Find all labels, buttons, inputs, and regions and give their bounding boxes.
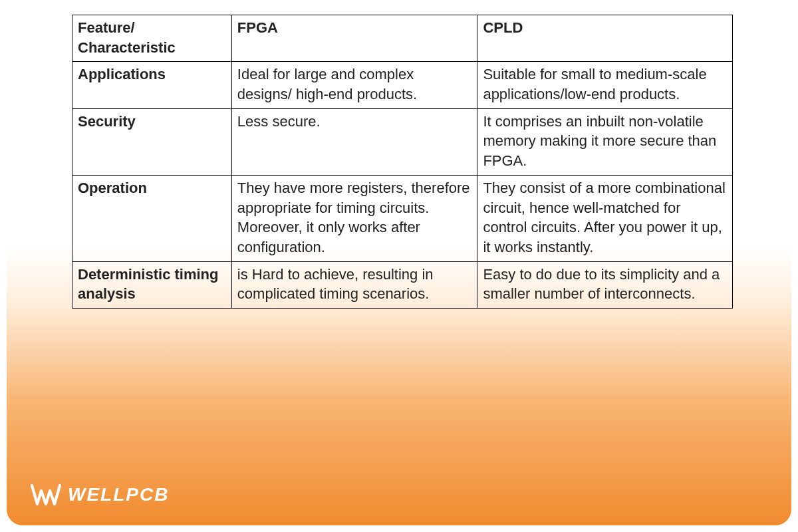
table-row: Operation They have more registers, ther… xyxy=(72,175,733,261)
row-feature: Applications xyxy=(72,62,232,108)
brand-name: WELLPCB xyxy=(68,484,169,505)
comparison-table-container: Feature/ Characteristic FPGA CPLD Applic… xyxy=(72,15,733,309)
row-feature: Security xyxy=(72,108,232,175)
row-fpga: is Hard to achieve, resulting in complic… xyxy=(231,261,477,308)
row-cpld: They consist of a more combinational cir… xyxy=(477,175,733,261)
row-cpld: Suitable for small to medium-scale appli… xyxy=(477,62,733,108)
header-feature: Feature/ Characteristic xyxy=(72,15,232,62)
row-cpld: It comprises an inbuilt non-volatile mem… xyxy=(477,108,733,175)
table-header-row: Feature/ Characteristic FPGA CPLD xyxy=(72,15,733,62)
row-fpga: Ideal for large and complex designs/ hig… xyxy=(231,62,477,108)
row-cpld: Easy to do due to its simplicity and a s… xyxy=(477,261,733,308)
wellpcb-logo-icon xyxy=(31,481,61,508)
row-feature: Operation xyxy=(72,175,232,261)
document-card: Feature/ Characteristic FPGA CPLD Applic… xyxy=(7,0,791,525)
row-fpga: They have more registers, therefore appr… xyxy=(231,175,477,261)
table-row: Deterministic timing analysis is Hard to… xyxy=(72,261,733,308)
table-row: Applications Ideal for large and complex… xyxy=(72,62,733,108)
comparison-table: Feature/ Characteristic FPGA CPLD Applic… xyxy=(72,15,733,309)
brand-footer: WELLPCB xyxy=(31,481,169,508)
table-row: Security Less secure. It comprises an in… xyxy=(72,108,733,175)
row-fpga: Less secure. xyxy=(231,108,477,175)
header-fpga: FPGA xyxy=(231,15,477,62)
row-feature: Deterministic timing analysis xyxy=(72,261,232,308)
header-cpld: CPLD xyxy=(477,15,733,62)
